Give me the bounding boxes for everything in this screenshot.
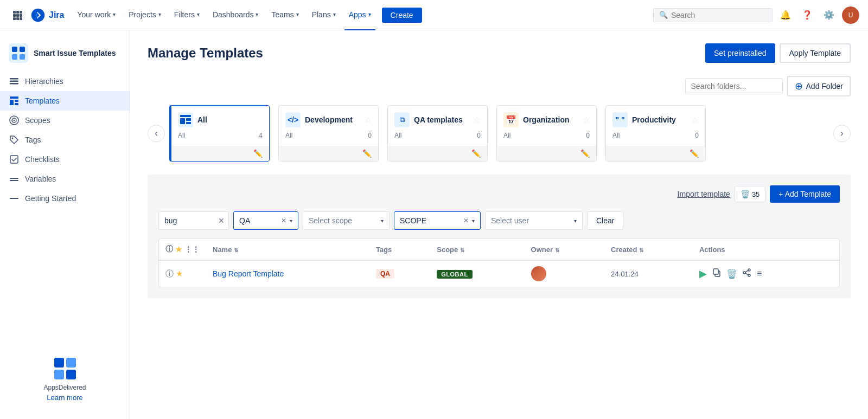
folder-card-all[interactable]: All All 4 ✏️	[169, 105, 270, 162]
templates-section: Import template 🗑️ 35 + Add Template ✕ Q…	[148, 175, 851, 298]
sidebar-item-tags[interactable]: Tags	[0, 130, 130, 150]
copy-template-icon[interactable]	[712, 268, 721, 279]
folder-card-organization[interactable]: 📅 Organization ☆ All 0 ✏️	[496, 105, 597, 162]
nav-teams[interactable]: Teams ▾	[267, 0, 303, 30]
nav-filters[interactable]: Filters ▾	[170, 0, 204, 30]
add-template-button[interactable]: + Add Template	[770, 185, 840, 203]
folder-prod-star-icon[interactable]: ☆	[692, 115, 699, 124]
folder-qa-star-icon[interactable]: ☆	[474, 115, 481, 124]
grid-menu-icon[interactable]	[9, 7, 26, 24]
folder-card-development[interactable]: </> Development ☆ All 0 ✏️	[278, 105, 379, 162]
settings-icon[interactable]: ⚙️	[820, 7, 838, 24]
carousel-prev-button[interactable]: ‹	[148, 125, 165, 142]
nav-plans[interactable]: Plans ▾	[308, 0, 340, 30]
svg-point-41	[743, 272, 745, 274]
folder-org-edit-icon[interactable]: ✏️	[580, 149, 590, 158]
folder-all-stats: All 4	[178, 132, 263, 139]
row-star-icon[interactable]: ★	[176, 269, 183, 279]
nav-right-section: 🔍 🔔 ❓ ⚙️ U	[653, 7, 859, 24]
svg-line-42	[745, 270, 748, 272]
templates-table: ⓘ ★ ⋮⋮ Name ⇅ Tags	[158, 238, 840, 287]
carousel-next-button[interactable]: ›	[833, 125, 851, 142]
folder-dev-edit-icon[interactable]: ✏️	[362, 149, 372, 158]
share-template-icon[interactable]	[743, 268, 751, 279]
nav-apps[interactable]: Apps ▾	[344, 0, 375, 30]
svg-rect-20	[15, 103, 18, 105]
folder-dev-star-icon[interactable]: ☆	[365, 115, 372, 124]
getting-started-icon	[9, 193, 20, 204]
folder-toolbar: ⊕ Add Folder	[148, 76, 851, 96]
svg-rect-15	[10, 81, 18, 82]
chevron-down-icon: ▾	[368, 11, 371, 17]
col-owner[interactable]: Owner ⇅	[525, 239, 604, 260]
sidebar-item-getting-started[interactable]: Getting Started	[0, 189, 130, 208]
chevron-down-icon: ▾	[333, 11, 336, 17]
main-content: Manage Templates Set preinstalled Apply …	[130, 30, 868, 419]
set-preinstalled-button[interactable]: Set preinstalled	[705, 43, 775, 63]
col-scope[interactable]: Scope ⇅	[430, 239, 524, 260]
col-created[interactable]: Created ⇅	[604, 239, 693, 260]
create-button[interactable]: Create	[382, 8, 422, 23]
template-tag-badge: QA	[376, 269, 394, 279]
search-icon: 🔍	[659, 11, 668, 19]
sidebar-item-scopes[interactable]: Scopes	[0, 111, 130, 130]
scope-filter-placeholder: Select scope	[309, 216, 378, 225]
jira-logo[interactable]: Jira	[30, 8, 64, 23]
folder-card-qa[interactable]: ⧉ QA templates ☆ All 0 ✏️	[387, 105, 488, 162]
col-name[interactable]: Name ⇅	[206, 239, 369, 260]
template-owner-avatar	[531, 266, 546, 281]
user-filter-select[interactable]: Select user ▾	[485, 211, 583, 230]
notifications-icon[interactable]: 🔔	[777, 7, 794, 24]
templates-toolbar: Import template 🗑️ 35 + Add Template	[158, 185, 840, 203]
delete-template-icon[interactable]: 🗑️	[726, 269, 737, 279]
tag-filter-clear-icon[interactable]: ✕	[281, 217, 286, 224]
folder-qa-edit-icon[interactable]: ✏️	[471, 149, 481, 158]
folder-card-productivity[interactable]: " " Productivity ☆ All 0 ✏️	[605, 105, 706, 162]
text-filter-clear-icon[interactable]: ✕	[218, 216, 225, 225]
apply-template-button[interactable]: Apply Template	[780, 43, 851, 63]
nav-dashboards[interactable]: Dashboards ▾	[208, 0, 263, 30]
svg-rect-36	[186, 122, 191, 124]
scope-value-filter-clear-icon[interactable]: ✕	[463, 217, 469, 224]
created-sort-icon: ⇅	[639, 247, 643, 253]
sidebar-app-name: Smart Issue Templates	[34, 49, 116, 57]
svg-rect-4	[16, 14, 19, 17]
svg-rect-6	[13, 17, 16, 20]
run-template-icon[interactable]: ▶	[699, 268, 707, 280]
col-tags: Tags	[369, 239, 430, 260]
nav-projects[interactable]: Projects ▾	[124, 0, 165, 30]
scope-value-filter-select[interactable]: SCOPE ✕ ▾	[394, 211, 481, 230]
filters-row: ✕ QA ✕ ▾ Select scope ▾ SCOPE ✕ ▾ Sele	[158, 211, 840, 230]
templates-icon	[9, 95, 20, 106]
svg-rect-13	[20, 54, 25, 60]
global-search-box[interactable]: 🔍	[653, 8, 773, 22]
top-nav: Jira Your work ▾ Projects ▾ Filters ▾ Da…	[0, 0, 868, 30]
nav-your-work[interactable]: Your work ▾	[73, 0, 120, 30]
more-options-icon[interactable]: ≡	[757, 269, 762, 279]
sidebar-footer: AppsDelivered Learn more	[0, 347, 130, 410]
user-avatar[interactable]: U	[842, 7, 859, 24]
row-info-icon[interactable]: ⓘ	[165, 269, 174, 279]
help-icon[interactable]: ❓	[799, 7, 816, 24]
svg-point-40	[748, 274, 750, 276]
folder-all-edit-icon[interactable]: ✏️	[253, 149, 263, 158]
sidebar-item-templates[interactable]: Templates	[0, 91, 130, 111]
sidebar-item-checklists[interactable]: Checklists	[0, 150, 130, 169]
folder-prod-edit-icon[interactable]: ✏️	[690, 149, 699, 158]
clear-filters-button[interactable]: Clear	[587, 211, 623, 230]
template-name-link[interactable]: Bug Report Template	[213, 269, 284, 278]
sidebar-item-variables[interactable]: Variables	[0, 169, 130, 189]
import-template-link[interactable]: Import template	[678, 190, 730, 198]
search-input[interactable]	[671, 11, 767, 20]
folder-org-stats: All 0	[503, 132, 590, 139]
search-folders-input[interactable]	[685, 78, 783, 94]
svg-rect-16	[10, 83, 18, 85]
folder-org-star-icon[interactable]: ☆	[583, 115, 590, 124]
sidebar-item-hierarchies[interactable]: Hierarchies	[0, 72, 130, 91]
tag-filter-select[interactable]: QA ✕ ▾	[233, 211, 298, 230]
add-folder-button[interactable]: ⊕ Add Folder	[787, 76, 851, 96]
logo-text: Jira	[49, 10, 64, 20]
learn-more-link[interactable]: Learn more	[47, 394, 82, 402]
scope-filter-select[interactable]: Select scope ▾	[303, 211, 390, 230]
trash-button[interactable]: 🗑️ 35	[735, 186, 765, 202]
